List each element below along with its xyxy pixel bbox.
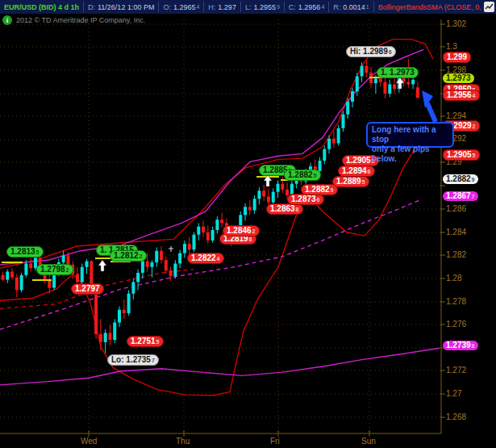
stop-order-bubble[interactable]: 1.27515 — [127, 336, 164, 347]
y-axis-tick: 1.282 — [446, 250, 466, 259]
y-axis-tick: 1.278 — [446, 297, 466, 306]
x-axis-day-label: Fri — [270, 437, 280, 446]
axis-price-bubble: 1.29564 — [443, 90, 480, 101]
y-axis-tick: 1.272 — [446, 366, 466, 375]
stop-order-bubble[interactable]: 1.28224 — [187, 253, 224, 264]
y-axis-tick: 1.294 — [446, 111, 466, 120]
stop-order-bubble[interactable]: 1.28946 — [338, 165, 375, 177]
price-chart[interactable] — [0, 0, 496, 448]
y-axis-tick: 1.3 — [446, 42, 457, 51]
stop-order-bubble[interactable]: 1.28829 — [301, 184, 338, 195]
trade-note-line2: only a few pips below. — [372, 144, 452, 164]
y-axis-tick: 1.268 — [446, 412, 466, 421]
stop-order-bubble[interactable]: 1.2797 — [71, 283, 104, 295]
stop-order-bubble[interactable]: 1.28462 — [223, 225, 260, 237]
y-axis-tick: 1.302 — [446, 19, 466, 28]
y-axis-tick: 1.28 — [446, 274, 461, 283]
buy-order-bubble[interactable]: 1.27982 — [36, 264, 73, 275]
trade-note[interactable]: Long here with a stop only a few pips be… — [366, 122, 454, 148]
high-price-bubble: Hi: 1.29896 — [346, 46, 396, 57]
x-axis-day-label: Thu — [176, 437, 190, 446]
buy-order-bubble[interactable]: 1.28122 — [110, 250, 147, 262]
axis-price-bubble: 1.2973 — [443, 73, 474, 83]
buy-order-bubble[interactable]: 1.28825 — [284, 170, 321, 181]
y-axis-tick: 1.284 — [446, 228, 466, 237]
axis-price-bubble: 1.299 — [443, 52, 471, 63]
axis-price-bubble: 1.28677 — [443, 191, 478, 201]
stop-order-bubble[interactable]: 1.28895 — [332, 176, 369, 187]
buy-order-bubble[interactable]: 1. 1.2973 — [377, 67, 419, 78]
low-price-bubble: Lo: 1.27357 — [107, 354, 159, 366]
trading-platform-window: { "header": { "symbol": "EUR/USD (BID) 4… — [0, 0, 496, 448]
y-axis-tick: 1.286 — [446, 204, 466, 213]
buy-order-bubble[interactable]: 1.28135 — [6, 246, 44, 257]
axis-price-bubble: 1.27398 — [443, 341, 478, 350]
y-axis-tick: 1.27 — [446, 389, 461, 398]
trade-note-line1: Long here with a stop — [372, 125, 452, 144]
x-axis-day-label: Wed — [81, 437, 97, 446]
stop-order-bubble[interactable]: 1.28638 — [266, 203, 303, 215]
axis-price-bubble: 1.28829 — [443, 174, 478, 184]
x-axis-day-label: Sun — [361, 437, 376, 446]
y-axis-tick: 1.276 — [446, 320, 466, 329]
stop-order-bubble[interactable]: 1.28736 — [287, 194, 324, 205]
